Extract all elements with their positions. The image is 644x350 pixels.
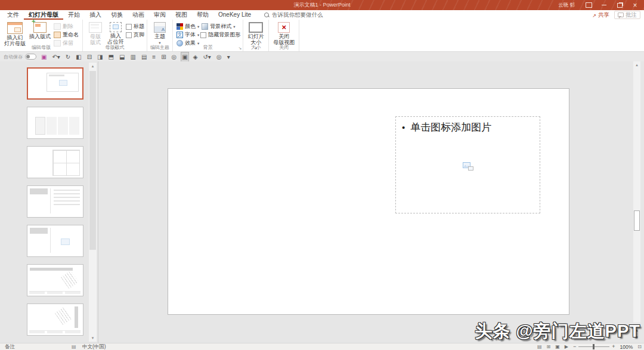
close-icon[interactable]: × bbox=[627, 0, 643, 10]
shape-effects-icon[interactable]: ◈ bbox=[193, 52, 199, 61]
tab-transitions[interactable]: 切换 bbox=[106, 10, 128, 20]
group-label: 大小 bbox=[243, 44, 268, 51]
undo-icon[interactable]: ↶▾ bbox=[51, 52, 60, 61]
restore-icon[interactable] bbox=[612, 0, 627, 10]
tab-view[interactable]: 视图 bbox=[171, 10, 192, 20]
align-middle-icon[interactable]: ≡ bbox=[151, 52, 156, 61]
tab-review[interactable]: 审阅 bbox=[149, 10, 171, 20]
zoom-level[interactable]: 100% bbox=[620, 344, 633, 350]
colors-button[interactable]: 颜色 ▾ bbox=[175, 23, 200, 30]
scroll-up-icon[interactable]: ▴ bbox=[633, 61, 640, 69]
background-styles-icon bbox=[202, 23, 208, 30]
slide-thumbnail-2[interactable] bbox=[27, 107, 83, 139]
redo-icon[interactable]: ↻ bbox=[65, 52, 71, 61]
save-icon[interactable]: ▣ bbox=[41, 52, 47, 61]
align-left-icon[interactable]: ◧ bbox=[75, 52, 82, 61]
group-label: 母版版式 bbox=[83, 44, 147, 51]
placeholder-prompt: • 单击图标添加图片 bbox=[396, 117, 540, 138]
slide-thumbnail-7[interactable] bbox=[27, 303, 83, 336]
insert-layout-icon bbox=[33, 22, 47, 33]
align-top-icon[interactable]: ⬒ bbox=[108, 52, 114, 61]
align-center-icon[interactable]: ⊟ bbox=[86, 52, 92, 61]
group-background: 颜色 ▾ 字体 ▾ 效果 ▾ 背景样式 ▾ bbox=[173, 20, 243, 51]
preview-icon[interactable]: ◎ bbox=[216, 52, 222, 61]
fit-slide-to-window-icon[interactable] bbox=[637, 343, 642, 350]
account-name[interactable]: 云晓 郁 bbox=[558, 2, 575, 9]
zoom-slider-thumb[interactable] bbox=[593, 344, 595, 349]
background-styles-button[interactable]: 背景样式 ▾ bbox=[200, 23, 240, 30]
qat-icons: ▣↶▾↻◧⊟◨⬒⬓▥▤≡⊞◎▣◈↺▾◎▾ bbox=[41, 52, 231, 61]
title-checkbox[interactable]: 标题 bbox=[126, 23, 144, 30]
tell-me-search[interactable]: 告诉我你想要做什么 bbox=[264, 11, 323, 19]
slide-thumbnail-5[interactable] bbox=[27, 225, 83, 257]
insert-layout-button[interactable]: 插入版式 bbox=[27, 21, 52, 41]
scroll-up-icon[interactable]: ▴ bbox=[89, 63, 97, 70]
tab-onekey-lite[interactable]: OneKey Lite bbox=[213, 10, 256, 20]
workspace: ▴ ▾ • 单击图标添加图片 ▴ ▴ ▾ bbox=[0, 61, 644, 343]
slide-sorter-view-icon[interactable] bbox=[547, 343, 551, 350]
slide-thumbnail-3[interactable] bbox=[27, 146, 83, 178]
dropdown-arrow-icon: ▾ bbox=[197, 33, 199, 36]
tab-help[interactable]: 帮助 bbox=[192, 10, 213, 20]
rename-icon bbox=[54, 32, 61, 38]
rename-button[interactable]: 重命名 bbox=[52, 31, 80, 39]
minimize-icon[interactable] bbox=[596, 0, 612, 10]
slide-thumbnail-1[interactable] bbox=[27, 67, 83, 100]
slide-thumbnail-4[interactable] bbox=[27, 185, 83, 218]
tab-home[interactable]: 开始 bbox=[63, 10, 85, 20]
share-icon bbox=[592, 12, 596, 18]
proofing-status-icon[interactable] bbox=[72, 343, 76, 350]
group-edit-theme: 主题 ▾ 编辑主题 bbox=[147, 20, 173, 51]
comments-icon bbox=[618, 13, 624, 17]
zoom-in-button[interactable]: + bbox=[612, 343, 615, 350]
scroll-down-icon[interactable]: ▾ bbox=[89, 334, 97, 342]
reading-view-icon[interactable] bbox=[555, 343, 560, 350]
autosave-toggle[interactable]: 自动保存 bbox=[4, 54, 36, 60]
align-bottom-icon[interactable]: ⬓ bbox=[119, 52, 125, 61]
tab-slide-master[interactable]: 幻灯片母版 bbox=[24, 10, 63, 20]
tab-file[interactable]: 文件 bbox=[2, 10, 24, 20]
insert-slide-master-icon bbox=[7, 22, 23, 34]
scrollbar-thumb[interactable] bbox=[89, 71, 96, 250]
footers-checkbox[interactable]: 页脚 bbox=[126, 31, 144, 39]
delete-button: 删除 bbox=[52, 23, 80, 30]
window-title: 演示文稿1 - PowerPoint bbox=[0, 0, 644, 10]
distribute-horizontal-icon[interactable]: ▥ bbox=[129, 52, 136, 61]
scrollbar-thumb[interactable] bbox=[634, 210, 640, 231]
language-status[interactable]: 中文(中国) bbox=[82, 343, 106, 350]
thumbnail-scrollbar[interactable]: ▴ ▾ bbox=[89, 63, 97, 342]
group-objects-icon[interactable]: ⊞ bbox=[160, 52, 166, 61]
slide-thumbnail-6[interactable] bbox=[27, 264, 83, 296]
ribbon: 插入幻 灯片母版 插入版式 删除 重命名 保留 编 bbox=[0, 20, 644, 51]
group-edit-master: 插入幻 灯片母版 插入版式 删除 重命名 保留 编 bbox=[0, 20, 83, 51]
theme-fonts-icon bbox=[177, 32, 183, 38]
align-right-icon[interactable]: ◨ bbox=[97, 52, 103, 61]
zoom-out-button[interactable]: − bbox=[573, 343, 576, 350]
picture-placeholder-icon[interactable] bbox=[463, 162, 473, 171]
close-master-view-button[interactable]: 关闭 母版视图 bbox=[271, 21, 296, 47]
rotate-icon[interactable]: ↺▾ bbox=[202, 52, 211, 61]
insert-placeholder-icon[interactable]: ▣ bbox=[181, 52, 188, 61]
slideshow-icon[interactable] bbox=[565, 343, 568, 350]
ribbon-display-options-icon[interactable] bbox=[581, 0, 596, 10]
tab-animations[interactable]: 动画 bbox=[128, 10, 149, 20]
watermark: 头条 @旁门左道PPT bbox=[475, 320, 640, 343]
master-layout-button: 母版 版式 bbox=[85, 21, 106, 47]
group-label: 编辑母版 bbox=[0, 44, 82, 51]
gridlines-icon[interactable]: ◎ bbox=[171, 52, 178, 61]
vertical-scrollbar[interactable]: ▴ bbox=[633, 61, 640, 323]
slide-thumbnail-panel: ▴ ▾ bbox=[0, 61, 98, 343]
hide-background-graphics-checkbox[interactable]: 隐藏背景图形 bbox=[200, 31, 240, 39]
fonts-button[interactable]: 字体 ▾ bbox=[175, 31, 200, 39]
more-commands-icon[interactable]: ▾ bbox=[227, 52, 231, 61]
share-button[interactable]: 共享 bbox=[592, 11, 609, 19]
zoom-slider[interactable] bbox=[578, 343, 609, 350]
distribute-vertical-icon[interactable]: ▤ bbox=[141, 52, 147, 61]
comments-button[interactable]: 批注 bbox=[614, 11, 640, 19]
tab-insert[interactable]: 插入 bbox=[85, 10, 106, 20]
notes-button[interactable]: 备注 bbox=[5, 343, 15, 350]
normal-view-icon[interactable] bbox=[537, 343, 542, 350]
themes-button[interactable]: 主题 ▾ bbox=[150, 21, 170, 45]
picture-placeholder[interactable]: • 单击图标添加图片 bbox=[395, 116, 540, 213]
checkbox-icon bbox=[200, 32, 206, 38]
